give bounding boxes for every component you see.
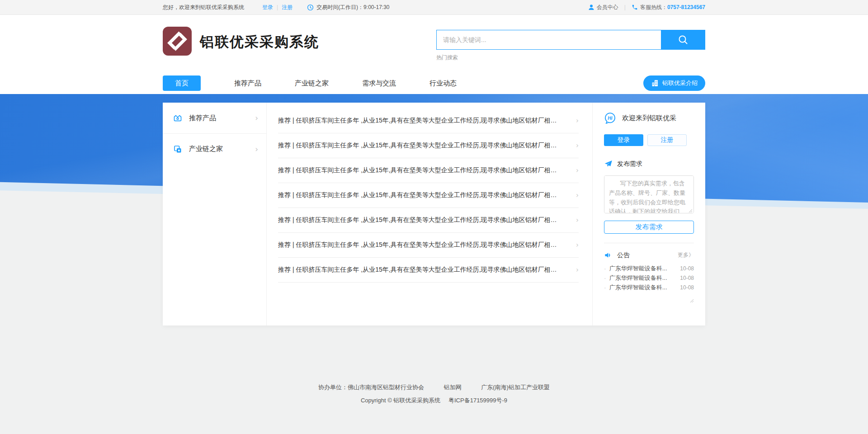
nav-item-recommended-products[interactable]: 推荐产品 <box>234 79 261 88</box>
list-item[interactable]: 推荐 | 任职挤压车间主任多年 ,从业15年,具有在坚美等大型企业工作经历,现寻… <box>278 208 579 233</box>
footer-partner-link[interactable]: 广东(南海)铝加工产业联盟 <box>481 384 550 391</box>
list-item-text: 推荐 | 任职挤压车间主任多年 ,从业15年,具有在坚美等大型企业工作经历,现寻… <box>278 266 558 274</box>
notice-item-date: 10-08 <box>680 275 694 281</box>
divider <box>604 243 694 243</box>
register-link[interactable]: 注册 <box>282 4 292 11</box>
paper-plane-icon <box>604 160 613 168</box>
search-input[interactable] <box>436 30 661 50</box>
chevron-right-icon: › <box>576 142 579 150</box>
notice-more-link[interactable]: 更多》 <box>678 251 694 259</box>
brand[interactable]: 铝联优采采购系统 <box>163 28 319 57</box>
footer-copyright: Copyright © 铝联优采采购系统 <box>361 397 440 404</box>
notice-item-title: 广东华焊智能设备科... <box>609 264 667 273</box>
sidebar-item-label: 产业链之家 <box>189 145 223 153</box>
logo-icon <box>163 27 192 57</box>
list-item[interactable]: 推荐 | 任职挤压车间主任多年 ,从业15年,具有在坚美等大型企业工作经历,现寻… <box>278 183 579 208</box>
header: 铝联优采采购系统 热门搜索 <box>0 15 868 72</box>
crown-icon <box>173 113 183 123</box>
list-item-text: 推荐 | 任职挤压车间主任多年 ,从业15年,具有在坚美等大型企业工作经历,现寻… <box>278 241 558 249</box>
resize-grip-icon[interactable] <box>689 298 694 303</box>
chevron-right-icon: › <box>576 191 579 199</box>
welcome-text: 欢迎来到铝联优采 <box>622 114 676 123</box>
notice-item[interactable]: · 广东华焊智能设备科... 10-08 <box>604 273 694 283</box>
separator: | <box>277 4 278 10</box>
layers-icon <box>173 144 183 154</box>
chevron-right-icon: › <box>255 145 258 154</box>
main-section: 推荐产品 › 产业链之家 › 推荐 | 任职挤压车间主任多年 ,从业15年,具有… <box>0 94 868 326</box>
intro-button-label: 铝联优采介绍 <box>662 79 698 87</box>
bullet-icon: · <box>604 265 606 272</box>
intro-button[interactable]: 铝联优采介绍 <box>643 75 705 91</box>
login-link[interactable]: 登录 <box>262 4 273 11</box>
user-icon <box>588 4 594 10</box>
hi-bubble-icon: Hi <box>604 112 616 124</box>
bullet-icon: · <box>604 284 606 291</box>
category-sidebar: 推荐产品 › 产业链之家 › <box>163 103 267 326</box>
svg-text:Hi: Hi <box>608 115 613 121</box>
panel-register-button[interactable]: 注册 <box>647 134 687 146</box>
topbar: 您好，欢迎来到铝联优采采购系统 登录 | 注册 交易时间(工作日)：9:00-1… <box>0 0 868 15</box>
chevron-right-icon: › <box>576 166 579 175</box>
footer-icp: 粤ICP备17159999号-9 <box>448 397 507 404</box>
list-item-text: 推荐 | 任职挤压车间主任多年 ,从业15年,具有在坚美等大型企业工作经历,现寻… <box>278 117 558 125</box>
list-item-text: 推荐 | 任职挤压车间主任多年 ,从业15年,具有在坚美等大型企业工作经历,现寻… <box>278 142 558 150</box>
search-button[interactable] <box>661 30 705 50</box>
notice-item[interactable]: · 广东华焊智能设备科... 10-08 <box>604 283 694 292</box>
publish-demand-button[interactable]: 发布需求 <box>604 221 694 234</box>
greeting-text: 您好，欢迎来到铝联优采采购系统 <box>163 4 244 11</box>
footer-co-organizer: 协办单位：佛山市南海区铝型材行业协会 <box>318 384 424 391</box>
list-item[interactable]: 推荐 | 任职挤压车间主任多年 ,从业15年,具有在坚美等大型企业工作经历,现寻… <box>278 108 579 133</box>
bullet-icon: · <box>604 274 606 282</box>
speaker-icon <box>604 251 613 259</box>
sidebar-item-industry-chain-home[interactable]: 产业链之家 › <box>163 133 266 164</box>
notice-item-date: 10-08 <box>680 265 694 272</box>
nav-item-industry-news[interactable]: 行业动态 <box>429 79 457 88</box>
notice-item-title: 广东华焊智能设备科... <box>609 274 667 282</box>
list-item[interactable]: 推荐 | 任职挤压车间主任多年 ,从业15年,具有在坚美等大型企业工作经历,现寻… <box>278 158 579 183</box>
list-item[interactable]: 推荐 | 任职挤压车间主任多年 ,从业15年,具有在坚美等大型企业工作经历,现寻… <box>278 258 579 283</box>
resize-grip-icon[interactable] <box>688 208 693 213</box>
panel-login-button[interactable]: 登录 <box>604 134 643 146</box>
notice-item-title: 广东华焊智能设备科... <box>609 283 667 292</box>
footer: 协办单位：佛山市南海区铝型材行业协会 铝加网 广东(南海)铝加工产业联盟 Cop… <box>0 326 868 434</box>
user-panel: Hi 欢迎来到铝联优采 登录 注册 发布需求 发布需求 公告 更多》 <box>592 103 705 326</box>
notice-list: · 广东华焊智能设备科... 10-08 · 广东华焊智能设备科... 10-0… <box>604 264 694 292</box>
main-nav: 首页 推荐产品 产业链之家 需求与交流 行业动态 铝联优采介绍 <box>0 72 868 94</box>
nav-item-home[interactable]: 首页 <box>163 75 201 91</box>
footer-partner-link[interactable]: 铝加网 <box>444 384 462 391</box>
notice-title: 公告 <box>617 251 630 259</box>
hotline-number: 0757-81234567 <box>667 4 705 10</box>
sidebar-item-recommended-products[interactable]: 推荐产品 › <box>163 103 266 133</box>
list-item-text: 推荐 | 任职挤压车间主任多年 ,从业15年,具有在坚美等大型企业工作经历,现寻… <box>278 216 558 224</box>
hotline-label: 客服热线： <box>640 4 667 11</box>
chevron-right-icon: › <box>576 117 579 125</box>
chevron-right-icon: › <box>576 216 579 224</box>
hot-search-label: 热门搜索 <box>436 54 705 61</box>
chevron-right-icon: › <box>255 113 258 123</box>
clock-icon <box>307 4 314 11</box>
trading-hours: 交易时间(工作日)：9:00-17:30 <box>307 4 389 11</box>
sidebar-item-label: 推荐产品 <box>189 114 216 123</box>
site-title: 铝联优采采购系统 <box>200 33 319 52</box>
notice-item[interactable]: · 广东华焊智能设备科... 10-08 <box>604 264 694 273</box>
chevron-right-icon: › <box>576 241 579 249</box>
building-icon <box>651 79 659 87</box>
list-item[interactable]: 推荐 | 任职挤压车间主任多年 ,从业15年,具有在坚美等大型企业工作经历,现寻… <box>278 233 579 258</box>
member-center-link[interactable]: 会员中心 <box>597 4 618 11</box>
content-panel: 推荐产品 › 产业链之家 › 推荐 | 任职挤压车间主任多年 ,从业15年,具有… <box>163 103 705 326</box>
nav-item-demand-exchange[interactable]: 需求与交流 <box>362 79 396 88</box>
nav-item-industry-chain-home[interactable]: 产业链之家 <box>295 79 329 88</box>
list-item[interactable]: 推荐 | 任职挤压车间主任多年 ,从业15年,具有在坚美等大型企业工作经历,现寻… <box>278 133 579 158</box>
list-item-text: 推荐 | 任职挤压车间主任多年 ,从业15年,具有在坚美等大型企业工作经历,现寻… <box>278 166 558 175</box>
publish-demand-title: 发布需求 <box>617 160 642 168</box>
search-icon <box>677 34 689 46</box>
demand-textarea[interactable] <box>604 175 694 213</box>
separator: | <box>624 4 626 10</box>
chevron-right-icon: › <box>576 266 579 274</box>
notice-item-date: 10-08 <box>680 284 694 291</box>
list-item-text: 推荐 | 任职挤压车间主任多年 ,从业15年,具有在坚美等大型企业工作经历,现寻… <box>278 191 558 199</box>
phone-icon <box>632 4 638 10</box>
recommendation-list: 推荐 | 任职挤压车间主任多年 ,从业15年,具有在坚美等大型企业工作经历,现寻… <box>267 103 592 326</box>
